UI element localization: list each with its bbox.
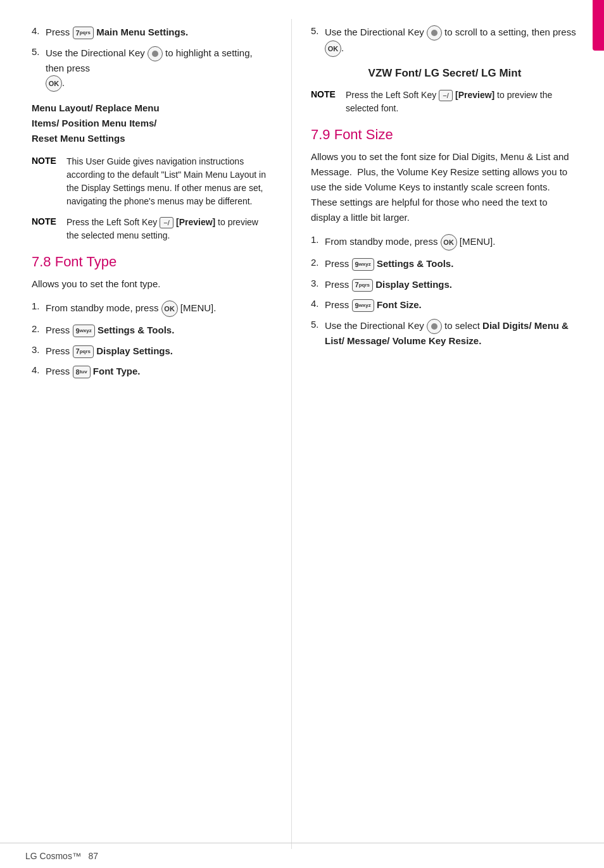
font-size-step-4: 4. Press 9wxyz Font Size.: [311, 298, 579, 313]
bottom-bar: LG Cosmos™ 87: [0, 843, 604, 868]
section-79-desc: Allows you to set the font size for Dial…: [311, 149, 579, 225]
section-79-title: 7.9 Font Size: [311, 127, 579, 143]
ft-step-2-content: Press 9wxyz Settings & Tools.: [46, 323, 272, 338]
ok-button-icon: OK: [46, 75, 62, 92]
ok-button-icon-r: OK: [325, 40, 341, 57]
note-2: NOTE Press the Left Soft Key −/ [Preview…: [32, 216, 272, 242]
font-type-section: 7.8 Font Type Allows you to set the font…: [32, 254, 272, 379]
step-5-right-content: Use the Directional Key to scroll to a s…: [325, 25, 579, 57]
fs-step-5-num: 5.: [311, 319, 325, 330]
key-7pqrs-fs3: 7pqrs: [352, 279, 373, 292]
section-78-desc: Allows you to set the font type.: [32, 276, 272, 292]
font-size-section: 7.9 Font Size Allows you to set the font…: [311, 127, 579, 348]
vzw-title: VZW Font/ LG Secret/ LG Mint: [311, 67, 579, 80]
font-size-step-2: 2. Press 9wxyz Settings & Tools.: [311, 257, 579, 271]
font-type-step-3: 3. Press 7pqrs Display Settings.: [32, 344, 272, 359]
fs-step-1-content: From standby mode, press OK [MENU].: [325, 234, 579, 251]
note-2-text: Press the Left Soft Key −/ [Preview] to …: [66, 216, 272, 242]
ft-step-3-content: Press 7pqrs Display Settings.: [46, 344, 272, 359]
step-4-content: Press 7pqrs Main Menu Settings.: [46, 25, 272, 40]
note-right-text: Press the Left Soft Key −/ [Preview] to …: [346, 89, 579, 115]
font-size-step-1: 1. From standby mode, press OK [MENU].: [311, 234, 579, 251]
note-right: NOTE Press the Left Soft Key −/ [Preview…: [311, 89, 579, 115]
fs-step-1-num: 1.: [311, 234, 325, 245]
menu-options-highlight: Menu Layout/ Replace Menu Items/ Positio…: [32, 101, 272, 146]
brand-name: LG Cosmos™ 87: [25, 851, 579, 861]
fs-step-2-content: Press 9wxyz Settings & Tools.: [325, 257, 579, 271]
fs-step-3-num: 3.: [311, 278, 325, 288]
key-9wxyz-ft2: 9wxyz: [73, 325, 95, 337]
fs-step-4-num: 4.: [311, 298, 325, 309]
note-1-text: This User Guide gives navigation instruc…: [66, 155, 272, 208]
section-78-title: 7.8 Font Type: [32, 254, 272, 270]
step-5-right-number: 5.: [311, 25, 325, 36]
ok-btn-fs1: OK: [441, 234, 457, 251]
ft-step-2-num: 2.: [32, 323, 46, 334]
ft-step-1-num: 1.: [32, 301, 46, 311]
ft-step-3-num: 3.: [32, 344, 46, 355]
step-5-left-content: Use the Directional Key to highlight a s…: [46, 46, 272, 92]
step-4: 4. Press 7pqrs Main Menu Settings.: [32, 25, 272, 40]
fs-step-5-content: Use the Directional Key to select Dial D…: [325, 319, 579, 349]
font-type-step-4: 4. Press 8tuv Font Type.: [32, 364, 272, 379]
font-size-step-5: 5. Use the Directional Key to select Dia…: [311, 319, 579, 349]
directional-key-icon: [148, 46, 163, 61]
fs-step-3-content: Press 7pqrs Display Settings.: [325, 278, 579, 292]
step-5-left-number: 5.: [32, 46, 46, 57]
note-right-label: NOTE: [311, 89, 346, 99]
font-type-step-2: 2. Press 9wxyz Settings & Tools.: [32, 323, 272, 338]
right-column: 5. Use the Directional Key to scroll to …: [291, 19, 604, 849]
soft-key-icon: −/: [160, 217, 173, 228]
key-9wxyz-fs4: 9wxyz: [352, 299, 374, 312]
key-8tuv-ft4: 8tuv: [73, 366, 91, 378]
step-4-number: 4.: [32, 25, 46, 36]
directional-key-icon-r: [427, 25, 442, 40]
directional-key-fs5: [427, 319, 442, 334]
key-7pqrs: 7pqrs: [73, 27, 94, 39]
note-1-label: NOTE: [32, 156, 66, 166]
soft-key-icon-r: −/: [439, 90, 453, 101]
ok-btn-ft1: OK: [161, 301, 178, 317]
step-5-right: 5. Use the Directional Key to scroll to …: [311, 25, 579, 57]
key-7pqrs-ft3: 7pqrs: [73, 345, 94, 358]
note-1: NOTE This User Guide gives navigation in…: [32, 155, 272, 208]
step-5-left: 5. Use the Directional Key to highlight …: [32, 46, 272, 92]
key-9wxyz-fs2: 9wxyz: [352, 258, 374, 271]
fs-step-4-content: Press 9wxyz Font Size.: [325, 298, 579, 313]
font-size-step-3: 3. Press 7pqrs Display Settings.: [311, 278, 579, 292]
note-2-label: NOTE: [32, 216, 66, 226]
fs-step-2-num: 2.: [311, 257, 325, 268]
page-tab: [593, 0, 604, 51]
font-type-step-1: 1. From standby mode, press OK [MENU].: [32, 301, 272, 317]
left-column: 4. Press 7pqrs Main Menu Settings. 5. Us…: [0, 19, 291, 849]
ft-step-4-content: Press 8tuv Font Type.: [46, 364, 272, 379]
ft-step-1-content: From standby mode, press OK [MENU].: [46, 301, 272, 317]
ft-step-4-num: 4.: [32, 364, 46, 375]
